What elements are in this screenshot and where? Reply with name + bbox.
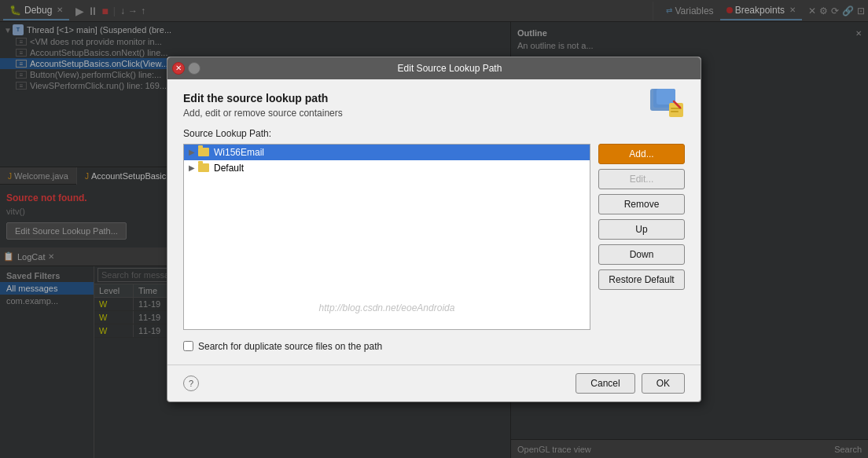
source-item-1[interactable]: ▶ Default (184, 160, 590, 176)
source-list[interactable]: ▶ Wi156Email ▶ Default http://blog.csdn.… (183, 144, 590, 330)
remove-button[interactable]: Remove (598, 194, 685, 214)
dialog-overlay: ✕ Edit Source Lookup Path Edit the sourc… (0, 0, 868, 458)
edit-button[interactable]: Edit... (598, 169, 685, 189)
down-button[interactable]: Down (598, 244, 685, 265)
cancel-button[interactable]: Cancel (576, 373, 634, 394)
ok-button[interactable]: OK (642, 373, 685, 394)
dialog-action-buttons: Add... Edit... Remove Up Down Restore De… (598, 144, 685, 330)
source-arrow-icon-0: ▶ (189, 148, 195, 156)
dialog-header-icon (647, 86, 685, 123)
dialog-body: Edit the source lookup path Add, edit or… (167, 79, 701, 365)
dialog-close-button[interactable]: ✕ (172, 62, 185, 75)
dialog-content-area: ▶ Wi156Email ▶ Default http://blog.csdn.… (183, 144, 685, 330)
duplicate-checkbox[interactable] (183, 341, 193, 351)
dialog-minimize-button[interactable] (188, 62, 200, 75)
help-button[interactable]: ? (183, 376, 199, 391)
source-item-label-1: Default (214, 163, 244, 174)
dialog-heading: Edit the source lookup path (183, 92, 685, 104)
watermark-text: http://blog.csdn.net/eoeAndroida (319, 302, 455, 313)
source-arrow-icon-1: ▶ (189, 163, 195, 172)
edit-source-dialog: ✕ Edit Source Lookup Path Edit the sourc… (167, 57, 701, 402)
duplicate-checkbox-row: Search for duplicate source files on the… (183, 341, 685, 352)
svg-rect-5 (671, 111, 679, 112)
source-lookup-path-label: Source Lookup Path: (183, 128, 685, 139)
folder-icon-0 (198, 148, 209, 156)
svg-rect-2 (657, 89, 675, 104)
dialog-subtext: Add, edit or remove source containers (183, 108, 685, 119)
dialog-footer: ? Cancel OK (167, 365, 701, 401)
duplicate-checkbox-label: Search for duplicate source files on the… (198, 341, 382, 352)
restore-default-button[interactable]: Restore Default (598, 269, 685, 290)
up-button[interactable]: Up (598, 219, 685, 240)
source-item-label-0: Wi156Email (214, 147, 264, 158)
footer-action-buttons: Cancel OK (576, 373, 685, 394)
dialog-titlebar: ✕ Edit Source Lookup Path (167, 57, 701, 79)
dialog-title-text: Edit Source Lookup Path (204, 63, 696, 74)
source-item-0[interactable]: ▶ Wi156Email (184, 145, 590, 160)
folder-icon-1 (198, 163, 209, 172)
add-button[interactable]: Add... (598, 144, 685, 164)
